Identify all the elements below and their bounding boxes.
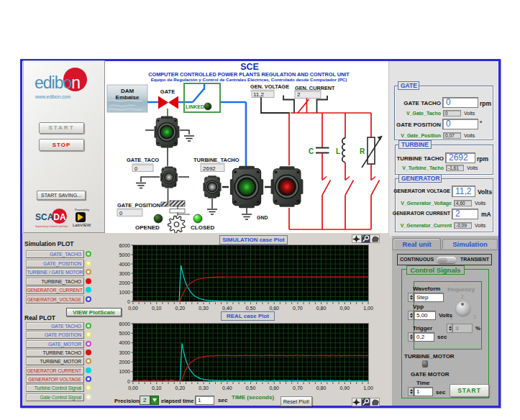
svg-text:0,40: 0,40 (222, 306, 232, 311)
svg-text:0,00: 0,00 (128, 306, 138, 311)
svg-text:GATE_POSITION: GATE_POSITION (117, 202, 160, 209)
svg-text:2692: 2692 (203, 165, 216, 172)
svg-text:0,80: 0,80 (316, 385, 327, 391)
svg-text:GATE_TACO: GATE_TACO (127, 157, 159, 163)
svg-text:5000: 5000 (119, 331, 130, 336)
svg-text:GEN. VOLTAGE: GEN. VOLTAGE (250, 83, 289, 90)
svg-text:0,90: 0,90 (339, 306, 350, 311)
svg-text:0,60: 0,60 (269, 385, 279, 391)
svg-text:0,50: 0,50 (246, 306, 256, 311)
svg-text:0: 0 (127, 379, 130, 384)
svg-text:3000: 3000 (119, 271, 130, 276)
svg-text:L: L (336, 147, 340, 155)
svg-text:0,20: 0,20 (175, 306, 186, 311)
svg-text:GND: GND (257, 215, 268, 220)
svg-text:C: C (309, 147, 314, 155)
svg-text:GATE: GATE (160, 88, 175, 95)
svg-text:2000: 2000 (119, 280, 130, 286)
svg-text:0,40: 0,40 (222, 385, 232, 391)
svg-text:0,60: 0,60 (269, 306, 279, 311)
svg-text:0,70: 0,70 (293, 306, 303, 311)
svg-text:0,80: 0,80 (316, 306, 327, 311)
svg-text:CLOSED: CLOSED (191, 224, 215, 231)
svg-text:6000: 6000 (119, 321, 130, 327)
svg-text:0,50: 0,50 (246, 385, 256, 391)
svg-text:OPENED: OPENED (135, 224, 160, 231)
svg-text:2: 2 (297, 91, 301, 98)
svg-text:0,10: 0,10 (152, 306, 162, 311)
svg-text:2000: 2000 (119, 360, 130, 365)
svg-text:1000: 1000 (119, 290, 130, 295)
svg-text:1000: 1000 (119, 369, 130, 374)
svg-text:0: 0 (119, 210, 122, 216)
svg-text:Embalse: Embalse (116, 94, 140, 101)
svg-text:DAM: DAM (121, 88, 134, 94)
svg-text:3000: 3000 (119, 350, 130, 355)
svg-text:0: 0 (134, 165, 137, 172)
svg-text:0,30: 0,30 (199, 385, 209, 391)
svg-text:LINKED: LINKED (186, 104, 204, 109)
svg-text:5000: 5000 (119, 252, 130, 257)
svg-text:TURBINE_TACHO: TURBINE_TACHO (193, 157, 240, 163)
svg-text:0,30: 0,30 (199, 306, 209, 311)
svg-text:0,10: 0,10 (152, 385, 162, 391)
svg-text:0,90: 0,90 (339, 385, 350, 391)
svg-text:6000: 6000 (119, 243, 130, 248)
svg-text:11,2: 11,2 (253, 91, 265, 98)
svg-text:0,20: 0,20 (175, 385, 186, 391)
svg-text:4000: 4000 (119, 262, 130, 267)
svg-text:0,00: 0,00 (128, 385, 138, 391)
svg-text:0: 0 (127, 299, 130, 304)
svg-text:4000: 4000 (119, 340, 130, 345)
svg-text:R: R (360, 147, 365, 155)
svg-text:Equipo de Regulación y Control: Equipo de Regulación y Control de Centra… (151, 77, 347, 82)
svg-text:1,00: 1,00 (363, 385, 373, 391)
svg-text:0,70: 0,70 (293, 385, 303, 391)
svg-text:1,00: 1,00 (363, 306, 373, 311)
